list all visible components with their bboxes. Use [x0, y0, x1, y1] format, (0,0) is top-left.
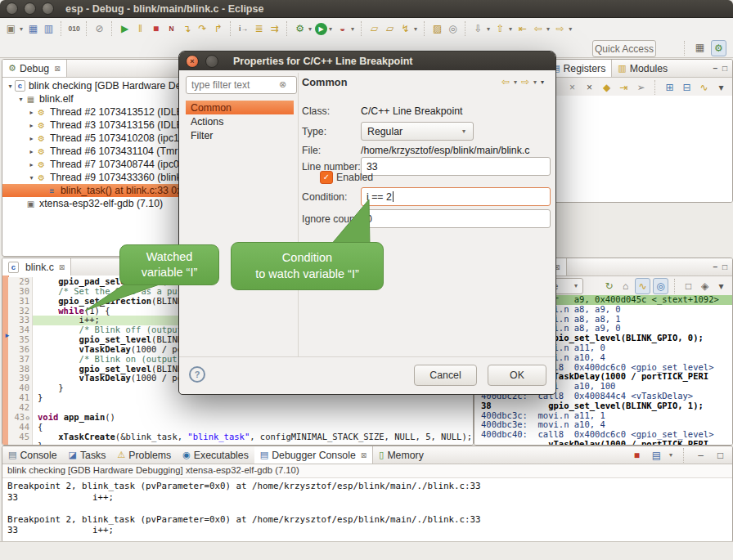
tree-expander-icon[interactable]: ▸ — [27, 148, 36, 155]
tab-debugger-console[interactable]: ▤Debugger Console⊠ — [254, 446, 374, 464]
show-execution-icon[interactable]: ≣ — [252, 21, 266, 36]
back-icon[interactable]: ⇦ — [501, 76, 510, 87]
layout-icon[interactable]: ∿ — [697, 80, 711, 95]
instruction-stepping-icon[interactable]: i→ — [236, 21, 250, 36]
home-icon[interactable]: ⌂ — [618, 279, 632, 293]
previous-annotation-icon[interactable]: ⇧ — [493, 21, 507, 36]
line-number[interactable]: 45 — [8, 432, 33, 442]
console-output[interactable]: Breakpoint 2, blink_task (pvParameter=0x… — [2, 478, 732, 536]
view-menu-icon[interactable]: ▾ — [541, 78, 544, 86]
help-icon[interactable]: ? — [189, 366, 205, 383]
dialog-nav-item-common[interactable]: Common — [186, 101, 294, 114]
window-close-icon[interactable] — [6, 2, 18, 15]
line-number[interactable]: 37 — [8, 355, 33, 365]
tab-executables[interactable]: ◉Executables — [177, 446, 254, 464]
line-number[interactable]: 36 — [8, 345, 33, 355]
clear-filter-icon[interactable]: ⊗ — [279, 79, 286, 90]
debug-tree-item[interactable]: ▾⚙Thread #9 1073433360 (blink_task — [2, 171, 188, 184]
debug-tree-item[interactable]: ▾cblink checking [GDB Hardware Debug — [2, 79, 188, 92]
restore-icon[interactable]: ⇥ — [617, 80, 631, 95]
view-menu-icon[interactable]: ▾ — [714, 80, 728, 95]
open-element-icon[interactable]: ▱ — [367, 21, 381, 36]
ignore-count-input[interactable]: 0 — [361, 209, 551, 228]
sync-icon[interactable]: ∿ — [635, 278, 650, 294]
display-console-dropdown-icon[interactable]: ▾ — [669, 451, 672, 459]
window-maximize-icon[interactable] — [42, 2, 54, 15]
ok-button[interactable]: OK — [488, 365, 546, 386]
remove-all-icon[interactable]: × — [582, 80, 596, 95]
debug-tree-item[interactable]: ▸⚙Thread #2 1073413512 (IDLE : Runn — [2, 105, 188, 119]
tree-expander-icon[interactable]: ▸ — [27, 135, 36, 142]
close-icon[interactable]: ⊠ — [59, 263, 65, 271]
remove-icon[interactable]: × — [565, 80, 579, 95]
maximize-icon[interactable]: □ — [722, 262, 727, 271]
tree-expander-icon[interactable]: ▸ — [27, 109, 36, 116]
refresh-icon[interactable]: ↻ — [602, 279, 616, 293]
last-edit-icon[interactable]: ⇤ — [515, 21, 529, 36]
suspend-icon[interactable]: ‖ — [133, 21, 147, 36]
open-resource-icon[interactable]: ▱ — [383, 21, 397, 36]
fold-icon[interactable]: ⊖ — [25, 414, 29, 422]
resume-icon[interactable]: ▶ — [118, 21, 132, 36]
mark-occurrences-icon[interactable]: ▨ — [430, 21, 444, 36]
breakpoint-arrow-icon[interactable]: ► — [2, 332, 12, 339]
enabled-checkbox[interactable]: ✓ — [320, 171, 333, 184]
dialog-close-icon[interactable]: × — [186, 55, 199, 68]
debug-icon[interactable]: ⚙ — [293, 21, 307, 36]
tab-memory[interactable]: ▯Memory — [373, 446, 429, 464]
previous-annotation-dropdown-icon[interactable]: ▾ — [509, 25, 512, 33]
debug-tree-item[interactable]: ▸⚙Thread #3 1073413156 (IDLE) (Susp — [2, 119, 188, 132]
coverage-icon[interactable]: ◒ — [335, 21, 349, 36]
new-wizard-dropdown-icon[interactable]: ▾ — [20, 25, 23, 33]
chevron-down-icon[interactable]: ▾ — [533, 78, 537, 86]
type-dropdown[interactable]: Regular ▾ — [361, 122, 474, 141]
quick-access-input[interactable]: Quick Access — [592, 40, 656, 57]
minimize-icon[interactable]: – — [694, 448, 708, 463]
coverage-dropdown-icon[interactable]: ▾ — [351, 25, 354, 33]
collapse-all-icon[interactable]: ⊟ — [680, 80, 694, 95]
tab-debug[interactable]: ⚙ Debug ⊠ — [2, 60, 67, 77]
new-wizard-icon[interactable]: ▣ — [4, 21, 18, 36]
tab-console[interactable]: ▤Console — [2, 446, 63, 464]
next-annotation-icon[interactable]: ⇩ — [471, 21, 485, 36]
minimize-icon[interactable]: – — [713, 262, 717, 271]
minimize-icon[interactable]: – — [713, 64, 717, 73]
line-number[interactable]: 31 — [8, 297, 33, 307]
tree-expander-icon[interactable]: ▸ — [27, 161, 36, 168]
toggle-mark-icon[interactable]: ◎ — [446, 21, 460, 36]
maximize-icon[interactable]: □ — [722, 64, 727, 73]
forward-icon[interactable]: ⇨ — [553, 21, 567, 36]
tree-expander-icon[interactable]: ▾ — [27, 174, 36, 181]
condition-input[interactable]: i == 2 — [361, 187, 551, 206]
display-console-icon[interactable]: ▤ — [650, 448, 663, 463]
debug-tree-item[interactable]: ≡blink_task() at blink.c:33 0x400db — [2, 184, 188, 197]
skip-breakpoints-icon[interactable]: ⊘ — [92, 21, 106, 36]
terminate-icon[interactable]: ■ — [630, 448, 644, 463]
next-annotation-dropdown-icon[interactable]: ▾ — [487, 25, 490, 33]
view-menu-icon[interactable]: ▾ — [714, 279, 728, 293]
step-over-icon[interactable]: ↷ — [196, 21, 209, 36]
debug-tree-item[interactable]: ▾▦blink.elf — [2, 92, 188, 105]
forward-icon[interactable]: ⇨ — [521, 76, 529, 87]
pointer-icon[interactable]: ➢ — [634, 80, 648, 95]
forward-dropdown-icon[interactable]: ▾ — [569, 25, 572, 33]
save-all-icon[interactable]: ▥ — [42, 21, 56, 36]
dialog-nav-item-actions[interactable]: Actions — [186, 114, 294, 128]
tree-expander-icon[interactable]: ▾ — [6, 83, 15, 90]
external-tools-icon[interactable]: ↯ — [398, 21, 412, 36]
disconnect-icon[interactable]: N — [164, 21, 178, 36]
open-perspective-icon[interactable]: ▦ — [693, 40, 707, 55]
line-number-input[interactable]: 33 — [361, 157, 551, 176]
debug-tree-item[interactable]: ▸⚙Thread #6 1073431104 (Tmr Svc) (S — [2, 145, 188, 158]
cancel-button[interactable]: Cancel — [414, 365, 477, 386]
line-number[interactable]: 30 — [8, 287, 33, 297]
tree-expander-icon[interactable]: ▾ — [16, 96, 25, 103]
binary-build-icon[interactable]: 010 — [67, 21, 81, 36]
back-icon[interactable]: ⇦ — [531, 21, 545, 36]
show-source-icon[interactable]: ◎ — [653, 278, 668, 294]
debug-perspective-icon[interactable]: ⚙ — [711, 40, 726, 56]
dialog-window-icon[interactable] — [205, 55, 218, 68]
chevron-down-icon[interactable]: ▾ — [574, 282, 578, 289]
external-tools-dropdown-icon[interactable]: ▾ — [414, 25, 417, 33]
restart-icon[interactable]: ⇉ — [268, 21, 281, 36]
